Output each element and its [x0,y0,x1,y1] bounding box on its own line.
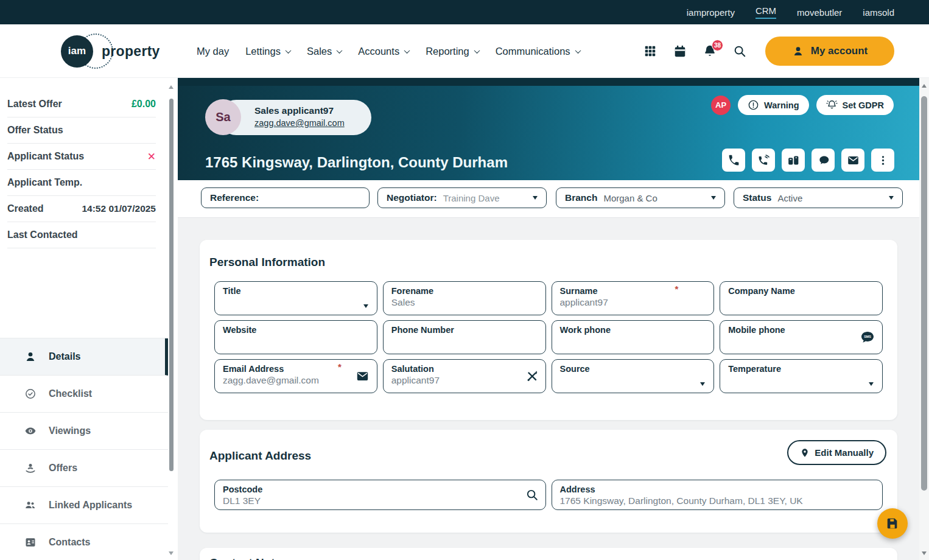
svg-text:SMS: SMS [864,335,871,338]
scroll-down-arrow[interactable] [169,551,174,555]
postcode-field[interactable]: Postcode DL1 3EY [214,480,546,510]
person-icon [24,351,37,363]
tools-icon[interactable] [525,369,539,383]
hero-top-strip [178,78,919,86]
topbar-link-crm[interactable]: CRM [755,5,776,19]
people-icon [24,499,37,511]
outbound-call-button[interactable] [752,149,775,172]
eye-icon [24,425,37,437]
map-pin-icon [800,448,810,458]
applicant-email-link[interactable]: zagg.dave@gmail.com [254,118,345,128]
sidebar-item-checklist[interactable]: Checklist [0,376,168,413]
save-button[interactable] [877,508,908,539]
stat-offer-status: Offer Status [7,117,156,144]
ap-status-badge[interactable]: AP [711,96,731,115]
phonebook-button[interactable] [782,149,805,172]
email-button[interactable] [841,149,864,172]
sidebar-item-details[interactable]: Details [0,338,168,376]
scroll-up-arrow[interactable] [169,85,174,89]
sidebar-item-viewings[interactable]: Viewings [0,413,168,450]
property-address-heading: 1765 Kingsway, Darlington, County Durham [205,154,508,171]
topbar-link-iamsold[interactable]: iamsold [863,7,894,18]
stat-latest-offer: Latest Offer £0.00 [7,91,156,117]
calendar-icon[interactable] [673,44,687,58]
forename-field[interactable]: Forename Sales [383,281,546,315]
edit-manually-button[interactable]: Edit Manually [787,440,886,465]
stat-applicant-temp: Applicant Temp. [7,170,156,196]
phone-number-field[interactable]: Phone Number [383,320,546,354]
sidebar-scrollbar[interactable] [169,85,174,555]
topbar-link-iamproperty[interactable]: iamproperty [687,7,735,18]
send-email-icon[interactable] [355,369,370,383]
record-filter-bar: Reference: Negotiator: Training Dave Bra… [178,180,919,218]
work-phone-field[interactable]: Work phone [552,320,715,354]
header-actions: 38 My account [643,24,894,78]
scroll-down-arrow[interactable] [922,551,927,555]
source-dropdown[interactable]: Source [552,359,715,393]
nav-accounts[interactable]: Accounts [358,46,409,57]
applicant-profile-chip[interactable]: Sa Sales applicant97 zagg.dave@gmail.com [205,99,371,136]
search-icon[interactable] [733,44,746,58]
dropdown-caret-icon [363,304,368,308]
chat-bubble-icon [817,154,830,167]
nav-sales[interactable]: Sales [307,46,342,57]
check-circle-icon [24,388,37,400]
nav-lettings[interactable]: Lettings [245,46,290,57]
postcode-search-icon[interactable] [525,488,539,502]
stat-last-contacted: Last Contacted [7,222,156,248]
company-name-field[interactable]: Company Name [720,281,883,315]
offer-hand-icon [24,462,37,474]
mobile-phone-field[interactable]: Mobile phone SMS [720,320,883,354]
sidebar-item-linked-applicants[interactable]: Linked Applicants [0,487,168,524]
sms-bubble-icon[interactable]: SMS [860,330,875,345]
scrollbar-thumb[interactable] [169,99,174,471]
dropdown-caret-icon [889,196,894,200]
envelope-icon [847,154,860,167]
contact-notes-card: Contact Notes [200,548,897,560]
set-gdpr-button[interactable]: Set GDPR [816,95,894,115]
chevron-down-icon [474,47,480,54]
branch-dropdown[interactable]: Branch Morgan & Co [556,187,725,208]
page-scrollbar[interactable] [919,78,929,560]
call-button[interactable] [722,149,745,172]
warning-button[interactable]: Warning [738,95,808,115]
save-floppy-icon [886,517,899,530]
sms-chat-button[interactable] [812,149,835,172]
main-panel: Sa Sales applicant97 zagg.dave@gmail.com… [178,78,919,560]
apps-grid-icon[interactable] [643,44,657,58]
title-dropdown[interactable]: Title [214,281,377,315]
personal-information-card: Personal Information Title Forename Sale… [200,240,897,420]
temperature-dropdown[interactable]: Temperature [720,359,883,393]
applicant-sidebar: Latest Offer £0.00 Offer Status Applican… [0,78,178,560]
applicant-status-x-icon: ✕ [147,150,156,163]
more-options-button[interactable] [871,149,894,172]
sidebar-item-offers[interactable]: Offers [0,450,168,487]
address-field[interactable]: Address 1765 Kingsway, Darlington, Count… [552,480,883,510]
notifications-bell-icon[interactable]: 38 [703,44,717,58]
stat-applicant-status: Applicant Status ✕ [7,144,156,170]
scroll-up-arrow[interactable] [922,84,927,88]
topbar-link-movebutler[interactable]: movebutler [797,7,842,18]
my-account-button[interactable]: My account [765,37,894,66]
nav-my-day[interactable]: My day [197,46,229,57]
surname-field[interactable]: Surname applicant97 * [552,281,715,315]
applicant-address-card: Applicant Address Edit Manually Postcode… [200,430,897,533]
avatar: Sa [205,99,241,135]
main-nav: My day Lettings Sales Accounts Reporting… [197,24,580,78]
section-title-contact-notes: Contact Notes [209,556,897,560]
iamproperty-logo[interactable]: iam property [61,35,160,68]
negotiator-dropdown[interactable]: Negotiator: Training Dave [377,187,547,208]
website-field[interactable]: Website [214,320,377,354]
nav-communications[interactable]: Communications [496,46,580,57]
status-dropdown[interactable]: Status Active [734,187,903,208]
section-title-personal-information: Personal Information [209,256,897,269]
reference-input[interactable]: Reference: [201,187,370,208]
latest-offer-value: £0.00 [131,99,156,110]
salutation-field[interactable]: Salutation applicant97 [383,359,546,393]
sidebar-item-contacts[interactable]: Contacts [0,524,168,560]
dropdown-caret-icon [869,382,874,386]
email-address-field[interactable]: Email Address zagg.dave@gmail.com * [214,359,377,393]
applicant-name: Sales applicant97 [254,105,345,116]
scrollbar-thumb[interactable] [921,96,927,491]
nav-reporting[interactable]: Reporting [426,46,479,57]
